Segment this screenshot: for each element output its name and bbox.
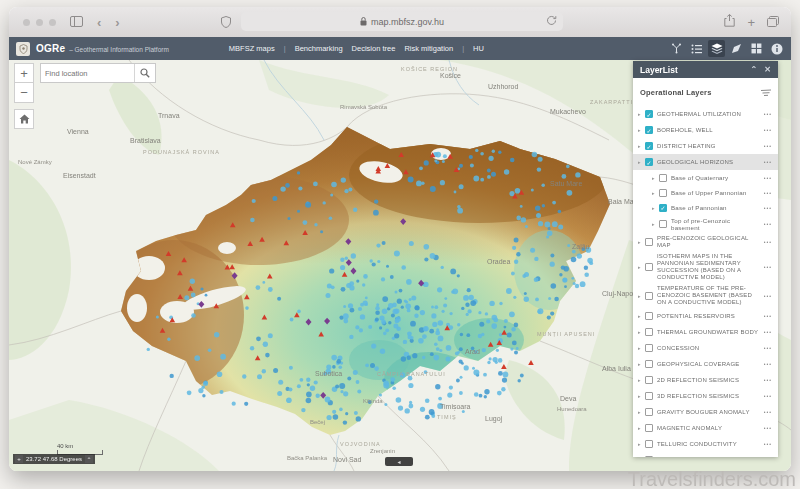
borehole-marker[interactable]	[349, 335, 353, 339]
borehole-marker[interactable]	[208, 348, 212, 352]
borehole-marker[interactable]	[457, 208, 463, 214]
borehole-marker[interactable]	[340, 258, 344, 262]
borehole-marker[interactable]	[401, 265, 406, 270]
expand-icon[interactable]: ▸	[652, 205, 657, 211]
borehole-marker[interactable]	[395, 290, 398, 293]
borehole-marker[interactable]	[419, 166, 423, 170]
borehole-marker[interactable]	[414, 314, 418, 318]
borehole-marker[interactable]	[571, 257, 577, 263]
borehole-marker[interactable]	[520, 205, 523, 208]
borehole-marker[interactable]	[410, 321, 416, 327]
borehole-marker[interactable]	[424, 160, 429, 165]
borehole-marker[interactable]	[516, 347, 519, 350]
borehole-marker[interactable]	[407, 309, 411, 313]
layer-checkbox[interactable]	[645, 408, 653, 416]
expand-icon[interactable]: ▸	[638, 329, 643, 335]
borehole-marker[interactable]	[409, 298, 412, 301]
borehole-marker[interactable]	[272, 196, 277, 201]
borehole-marker[interactable]	[390, 377, 395, 382]
layer-checkbox[interactable]	[645, 312, 653, 320]
borehole-marker[interactable]	[450, 312, 453, 315]
borehole-marker[interactable]	[365, 297, 368, 300]
borehole-marker[interactable]	[459, 164, 463, 168]
layer-menu-button[interactable]: •••	[764, 409, 772, 415]
map-canvas[interactable]: ViennaBratislavaTrnavaEisenstadtNové Zám…	[9, 60, 791, 471]
borehole-marker[interactable]	[558, 225, 563, 230]
sublayer-item[interactable]: ▸Base of Upper Pannonian•••	[647, 185, 778, 200]
borehole-marker[interactable]	[479, 394, 483, 398]
borehole-marker[interactable]	[493, 357, 498, 362]
borehole-marker[interactable]	[434, 305, 438, 309]
layer-actions-icon[interactable]	[761, 83, 771, 101]
expand-icon[interactable]: ▸	[638, 409, 643, 415]
borehole-marker[interactable]	[550, 253, 554, 257]
borehole-marker[interactable]	[418, 338, 424, 344]
layer-item[interactable]: ▸CONCESSION•••	[633, 340, 778, 356]
borehole-marker[interactable]	[460, 376, 463, 379]
borehole-marker[interactable]	[380, 349, 385, 354]
search-icon[interactable]	[134, 64, 155, 82]
layer-item[interactable]: ▸✓BOREHOLE, WELL•••	[633, 122, 778, 138]
expand-icon[interactable]: ▸	[638, 377, 643, 383]
borehole-marker[interactable]	[466, 333, 470, 337]
privacy-shield-icon[interactable]	[221, 14, 231, 32]
zoom-out-button[interactable]: −	[14, 83, 34, 103]
borehole-marker[interactable]	[360, 303, 364, 307]
borehole-marker[interactable]	[451, 290, 454, 293]
layer-checkbox[interactable]	[645, 376, 653, 384]
borehole-marker[interactable]	[265, 353, 270, 358]
borehole-marker[interactable]	[375, 306, 379, 310]
borehole-marker[interactable]	[385, 328, 389, 332]
borehole-marker[interactable]	[395, 317, 400, 322]
borehole-marker[interactable]	[323, 201, 326, 204]
layer-checkbox[interactable]: ✓	[659, 204, 667, 212]
borehole-marker[interactable]	[359, 328, 363, 332]
borehole-marker[interactable]	[514, 323, 519, 328]
borehole-marker[interactable]	[256, 336, 261, 341]
borehole-marker[interactable]	[245, 306, 249, 310]
attribution-toggle[interactable]: ◂	[385, 457, 413, 466]
borehole-marker[interactable]	[316, 394, 320, 398]
borehole-marker[interactable]	[491, 323, 497, 329]
expand-icon[interactable]: ▸	[638, 345, 643, 351]
borehole-marker[interactable]	[343, 305, 346, 308]
borehole-marker[interactable]	[422, 334, 427, 339]
search-input[interactable]	[41, 69, 134, 78]
borehole-marker[interactable]	[580, 281, 586, 287]
layer-checkbox[interactable]	[645, 456, 653, 457]
nav-menu-item[interactable]: MBFSZ maps	[229, 44, 275, 53]
borehole-marker[interactable]	[331, 182, 337, 188]
borehole-marker[interactable]	[335, 384, 339, 388]
borehole-marker[interactable]	[492, 150, 495, 153]
layerlist-header[interactable]: LayerList ⌃ ✕	[633, 61, 778, 78]
borehole-marker[interactable]	[546, 235, 549, 238]
borehole-marker[interactable]	[306, 392, 312, 398]
borehole-marker[interactable]	[425, 399, 430, 404]
layer-item[interactable]: ▸TELLURIC CONDUCTIVITY•••	[633, 436, 778, 452]
borehole-marker[interactable]	[407, 356, 411, 360]
borehole-marker[interactable]	[306, 398, 312, 404]
borehole-marker[interactable]	[478, 311, 481, 314]
borehole-marker[interactable]	[289, 388, 293, 392]
borehole-marker[interactable]	[396, 397, 402, 403]
borehole-marker[interactable]	[432, 322, 437, 327]
layer-checkbox[interactable]	[645, 292, 653, 300]
borehole-marker[interactable]	[353, 370, 358, 375]
layer-item[interactable]: ▸THERMAL GROUNDWATER BODY•••	[633, 324, 778, 340]
borehole-marker[interactable]	[357, 390, 361, 394]
layer-menu-button[interactable]: •••	[764, 293, 772, 299]
borehole-marker[interactable]	[430, 186, 436, 192]
borehole-marker[interactable]	[468, 309, 472, 313]
expand-icon[interactable]: ▸	[638, 425, 643, 431]
borehole-marker[interactable]	[303, 220, 308, 225]
borehole-marker[interactable]	[511, 272, 515, 276]
borehole-marker[interactable]	[277, 391, 282, 396]
borehole-marker[interactable]	[548, 227, 551, 230]
borehole-marker[interactable]	[383, 332, 387, 336]
borehole-marker[interactable]	[372, 262, 376, 266]
layer-item[interactable]: ▸3D REFLECTION SEISMICS•••	[633, 388, 778, 404]
borehole-marker[interactable]	[491, 172, 496, 177]
layer-menu-button[interactable]: •••	[764, 377, 772, 383]
borehole-marker[interactable]	[191, 313, 196, 318]
borehole-marker[interactable]	[156, 315, 159, 318]
